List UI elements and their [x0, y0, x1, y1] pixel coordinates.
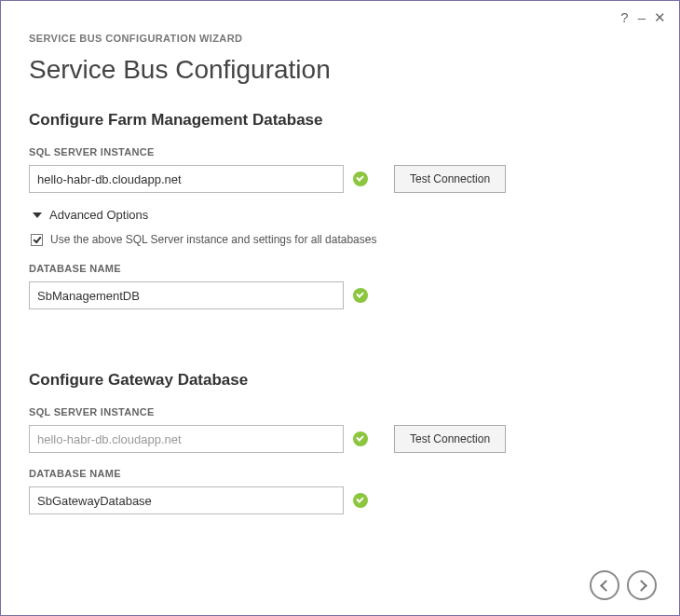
wizard-label: SERVICE BUS CONFIGURATION WIZARD	[29, 33, 651, 44]
section-heading-gateway: Configure Gateway Database	[29, 371, 636, 390]
label-sql-instance-farm: SQL SERVER INSTANCE	[29, 146, 636, 157]
arrow-left-icon	[599, 580, 610, 591]
test-connection-button-gateway[interactable]: Test Connection	[394, 425, 506, 453]
field-row-farm-sql: Test Connection	[29, 165, 636, 193]
field-row-gateway-sql: Test Connection	[29, 425, 636, 453]
scroll-area[interactable]: Configure Farm Management Database SQL S…	[29, 111, 651, 555]
use-same-checkbox-row: Use the above SQL Server instance and se…	[31, 233, 636, 246]
close-icon[interactable]: ✕	[654, 10, 666, 24]
use-same-checkbox-label: Use the above SQL Server instance and se…	[50, 233, 376, 246]
section-heading-farm: Configure Farm Management Database	[29, 111, 636, 130]
label-db-name-gateway: DATABASE NAME	[29, 468, 636, 479]
footer-nav	[1, 555, 679, 615]
minimize-icon[interactable]: –	[638, 10, 645, 24]
advanced-options-toggle[interactable]: Advanced Options	[33, 208, 636, 222]
content-area: SERVICE BUS CONFIGURATION WIZARD Service…	[1, 1, 679, 555]
label-sql-instance-gateway: SQL SERVER INSTANCE	[29, 406, 636, 418]
use-same-checkbox[interactable]	[31, 234, 43, 246]
valid-icon	[353, 431, 368, 446]
label-db-name-farm: DATABASE NAME	[29, 263, 636, 274]
test-connection-button-farm[interactable]: Test Connection	[394, 165, 506, 193]
valid-icon	[353, 288, 368, 303]
chevron-down-icon	[33, 212, 42, 218]
db-name-input-gateway[interactable]	[29, 486, 344, 514]
valid-icon	[353, 493, 368, 508]
back-button[interactable]	[590, 570, 619, 600]
valid-icon	[353, 171, 368, 186]
titlebar-controls: ? – ✕	[620, 10, 666, 24]
wizard-window: ? – ✕ SERVICE BUS CONFIGURATION WIZARD S…	[0, 0, 680, 616]
next-button[interactable]	[627, 570, 657, 600]
advanced-options-label: Advanced Options	[49, 208, 148, 222]
help-icon[interactable]: ?	[620, 10, 628, 24]
field-row-farm-db	[29, 281, 636, 309]
sql-instance-input-farm[interactable]	[29, 165, 344, 193]
db-name-input-farm[interactable]	[29, 281, 344, 309]
field-row-gateway-db	[29, 486, 636, 514]
sql-instance-input-gateway	[29, 425, 344, 453]
arrow-right-icon	[636, 580, 647, 591]
page-title: Service Bus Configuration	[29, 55, 651, 85]
